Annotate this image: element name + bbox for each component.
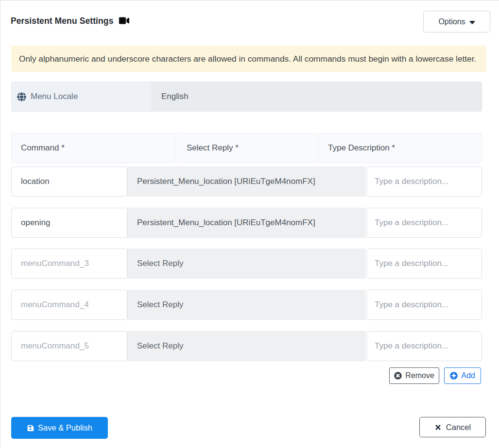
circle-plus-icon (450, 372, 458, 380)
save-icon (27, 424, 34, 432)
select-reply-value: Select Reply (137, 259, 183, 268)
row-actions: Remove Add (0, 367, 481, 384)
menu-locale-value: English (152, 82, 482, 112)
select-reply-dropdown[interactable]: Persistent_Menu_location [URiEuTgeM4nomF… (127, 208, 365, 238)
caret-down-icon (469, 20, 475, 24)
warning-alert-text: Only alphanumeric and underscore charact… (19, 54, 476, 64)
options-label: Options (438, 17, 465, 26)
video-camera-icon (119, 16, 129, 25)
globe-icon (17, 92, 26, 101)
table-header-row: Command * Select Reply * Type Descriptio… (11, 133, 482, 163)
select-reply-dropdown[interactable]: Persistent_Menu_location [URiEuTgeM4nomF… (127, 166, 365, 197)
select-reply-value: Persistent_Menu_location [URiEuTgeM4nomF… (137, 177, 315, 186)
select-reply-value: Select Reply (137, 341, 183, 351)
select-reply-dropdown[interactable]: Select Reply (127, 331, 365, 361)
warning-alert: Only alphanumeric and underscore charact… (11, 46, 486, 72)
select-reply-value: Select Reply (137, 300, 183, 310)
column-header-command: Command * (11, 133, 176, 163)
table-row: Persistent_Menu_location [URiEuTgeM4nomF… (11, 166, 482, 197)
page-title: Persistent Menu Settings (11, 16, 113, 26)
remove-button[interactable]: Remove (389, 367, 439, 384)
table-row: Select Reply (11, 290, 482, 320)
x-icon (434, 424, 442, 431)
description-input[interactable] (366, 249, 482, 279)
table-row: Select Reply (11, 331, 482, 361)
add-label: Add (461, 371, 475, 380)
command-input[interactable] (11, 249, 127, 279)
command-input[interactable] (11, 208, 127, 238)
column-header-select-reply: Select Reply * (177, 133, 317, 163)
menu-locale-label-text: Menu Locale (31, 92, 78, 101)
menu-locale-group: Menu Locale English (11, 82, 482, 112)
menu-locale-label: Menu Locale (11, 82, 152, 112)
select-reply-dropdown[interactable]: Select Reply (127, 249, 365, 279)
cancel-label: Cancel (446, 423, 471, 432)
table-row: Persistent_Menu_location [URiEuTgeM4nomF… (11, 208, 482, 238)
save-publish-button[interactable]: Save & Publish (11, 417, 108, 439)
menu-locale-value-text: English (161, 92, 189, 101)
command-input[interactable] (11, 331, 127, 361)
add-button[interactable]: Add (444, 367, 481, 384)
command-input[interactable] (11, 166, 127, 197)
select-reply-value: Persistent_Menu_location [URiEuTgeM4nomF… (137, 218, 315, 228)
save-publish-label: Save & Publish (38, 423, 92, 432)
command-input[interactable] (11, 290, 127, 320)
column-header-type-description: Type Description * (318, 133, 482, 163)
circle-x-icon (394, 372, 402, 380)
table-row: Select Reply (11, 249, 482, 279)
options-button[interactable]: Options (423, 11, 490, 33)
description-input[interactable] (366, 290, 482, 320)
description-input[interactable] (366, 166, 482, 197)
select-reply-dropdown[interactable]: Select Reply (127, 290, 365, 320)
cancel-button[interactable]: Cancel (419, 417, 486, 437)
description-input[interactable] (366, 208, 482, 238)
persistent-menu-settings-panel: Persistent Menu Settings Options Only al… (0, 0, 499, 448)
description-input[interactable] (366, 331, 482, 361)
remove-label: Remove (405, 371, 434, 380)
